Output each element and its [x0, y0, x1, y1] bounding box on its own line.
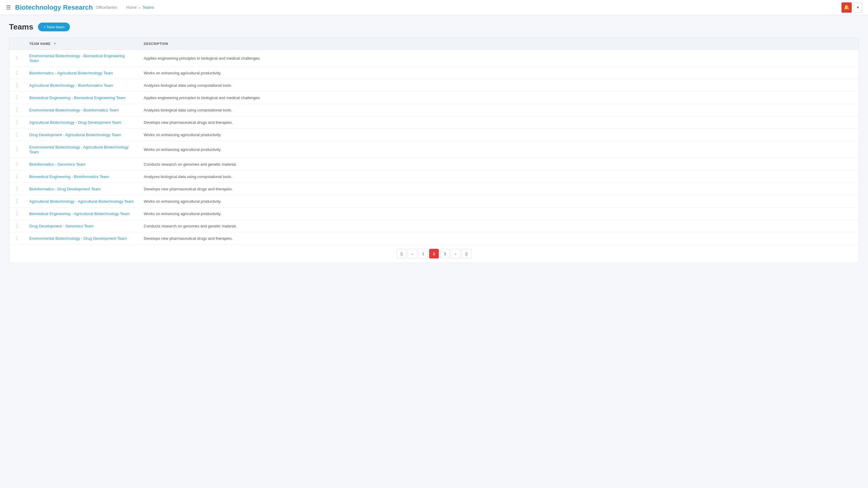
team-name-cell: Bioinformatics - Genomics Team: [24, 158, 139, 170]
team-description-cell: Conducts research on genomes and genetic…: [139, 220, 859, 232]
team-description-cell: Applies engineering principles to biolog…: [139, 50, 859, 67]
team-name-link[interactable]: Environmental Biotechnology - Bioinforma…: [29, 108, 119, 112]
table-row: ⋮Agricultural Biotechnology - Agricultur…: [9, 195, 859, 207]
nav-home-link[interactable]: Home: [126, 5, 137, 10]
row-menu-icon[interactable]: ⋮: [14, 83, 19, 88]
pagination-page-1-button[interactable]: 1: [418, 249, 428, 258]
teams-table: TEAM NAME ▼ DESCRIPTION ⋮Environmental B…: [9, 38, 859, 244]
team-name-link[interactable]: Biomedical Engineering - Biomedical Engi…: [29, 96, 126, 100]
brand-subtitle: OfficeSeries: [96, 5, 117, 10]
table-header: TEAM NAME ▼ DESCRIPTION: [9, 38, 859, 50]
team-name-cell: Environmental Biotechnology - Agricultur…: [24, 141, 139, 158]
filter-icon[interactable]: ▼: [53, 41, 57, 46]
nav-current: Teams: [142, 5, 154, 10]
team-description-cell: Develops new pharmaceutical drugs and th…: [139, 232, 859, 245]
brand-title: Biotechnology Research: [15, 4, 93, 11]
team-name-link[interactable]: Biomedical Engineering - Agricultural Bi…: [29, 212, 130, 216]
team-name-cell: Environmental Biotechnology - Drug Devel…: [24, 232, 139, 245]
pagination-page-2-button[interactable]: 2: [429, 249, 439, 258]
team-name-link[interactable]: Environmental Biotechnology - Biomedical…: [29, 54, 125, 63]
team-name-cell: Drug Development - Genomics Team: [24, 220, 139, 232]
page-header: Teams + New team: [9, 22, 859, 32]
team-name-cell: Biomedical Engineering - Agricultural Bi…: [24, 207, 139, 220]
team-name-cell: Agricultural Biotechnology - Agricultura…: [24, 195, 139, 207]
team-description-cell: Works on enhancing agricultural producti…: [139, 67, 859, 79]
row-menu-icon[interactable]: ⋮: [14, 223, 19, 228]
pagination-last-button[interactable]: |⟩: [462, 249, 471, 258]
table-row: ⋮Environmental Biotechnology - Agricultu…: [9, 141, 859, 158]
row-actions-cell: ⋮: [9, 207, 24, 220]
row-actions-cell: ⋮: [9, 116, 24, 129]
pagination-next-button[interactable]: ›: [451, 249, 461, 258]
app-header: ☰ Biotechnology Research OfficeSeries Ho…: [0, 0, 868, 15]
team-name-link[interactable]: Agricultural Biotechnology - Drug Develo…: [29, 120, 121, 125]
new-team-button[interactable]: + New team: [38, 23, 70, 31]
row-menu-icon[interactable]: ⋮: [14, 186, 19, 191]
row-menu-icon[interactable]: ⋮: [14, 174, 19, 179]
team-name-link[interactable]: Bioinformatics - Agricultural Biotechnol…: [29, 71, 113, 75]
col-description-header: DESCRIPTION: [139, 38, 859, 50]
header-actions: 🔔 ▾: [841, 2, 862, 13]
table-body: ⋮Environmental Biotechnology - Biomedica…: [9, 50, 859, 245]
row-actions-cell: ⋮: [9, 50, 24, 67]
pagination-prev-button[interactable]: ‹: [407, 249, 417, 258]
pagination-page-3-button[interactable]: 3: [440, 249, 450, 258]
team-name-cell: Agricultural Biotechnology - Bioinformat…: [24, 79, 139, 92]
team-description-cell: Conducts research on genomes and genetic…: [139, 158, 859, 170]
row-menu-icon[interactable]: ⋮: [14, 235, 19, 241]
chevron-down-icon: ▾: [857, 5, 859, 10]
row-menu-icon[interactable]: ⋮: [14, 70, 19, 75]
row-menu-icon[interactable]: ⋮: [14, 107, 19, 112]
team-description-cell: Works on enhancing agricultural producti…: [139, 207, 859, 220]
row-menu-icon[interactable]: ⋮: [14, 147, 19, 152]
row-actions-cell: ⋮: [9, 79, 24, 92]
team-description-cell: Develops new pharmaceutical drugs and th…: [139, 183, 859, 195]
page-title: Teams: [9, 22, 33, 32]
table-row: ⋮Environmental Biotechnology - Bioinform…: [9, 104, 859, 116]
hamburger-icon[interactable]: ☰: [6, 4, 11, 11]
pagination-first-button[interactable]: ⟨|: [397, 249, 406, 258]
team-name-cell: Agricultural Biotechnology - Drug Develo…: [24, 116, 139, 129]
row-menu-icon[interactable]: ⋮: [14, 211, 19, 216]
row-actions-cell: ⋮: [9, 195, 24, 207]
header-dropdown-button[interactable]: ▾: [854, 2, 862, 13]
notifications-button[interactable]: 🔔: [841, 2, 852, 13]
table-row: ⋮Agricultural Biotechnology - Drug Devel…: [9, 116, 859, 129]
row-actions-cell: ⋮: [9, 183, 24, 195]
team-name-link[interactable]: Bioinformatics - Drug Development Team: [29, 187, 101, 191]
page-content: Teams + New team TEAM NAME ▼ DESCRIPTION…: [0, 15, 868, 270]
row-menu-icon[interactable]: ⋮: [14, 198, 19, 204]
team-name-link[interactable]: Biomedical Engineering - Bioinformatics …: [29, 174, 109, 179]
row-actions-cell: ⋮: [9, 67, 24, 79]
row-actions-cell: ⋮: [9, 158, 24, 170]
team-name-link[interactable]: Agricultural Biotechnology - Bioinformat…: [29, 83, 113, 88]
row-actions-cell: ⋮: [9, 232, 24, 245]
table-row: ⋮Biomedical Engineering - Biomedical Eng…: [9, 92, 859, 104]
table-row: ⋮Bioinformatics - Agricultural Biotechno…: [9, 67, 859, 79]
table-row: ⋮Biomedical Engineering - Agricultural B…: [9, 207, 859, 220]
row-actions-cell: ⋮: [9, 92, 24, 104]
col-team-name-header: TEAM NAME ▼: [24, 38, 139, 50]
table-row: ⋮Environmental Biotechnology - Biomedica…: [9, 50, 859, 67]
team-name-link[interactable]: Bioinformatics - Genomics Team: [29, 162, 86, 167]
row-actions-cell: ⋮: [9, 129, 24, 141]
team-name-cell: Bioinformatics - Agricultural Biotechnol…: [24, 67, 139, 79]
team-description-cell: Analyzes biological data using computati…: [139, 170, 859, 183]
table-row: ⋮Bioinformatics - Drug Development TeamD…: [9, 183, 859, 195]
table-row: ⋮Drug Development - Agricultural Biotech…: [9, 129, 859, 141]
pagination: ⟨| ‹ 1 2 3 › |⟩: [9, 244, 859, 263]
row-actions-cell: ⋮: [9, 170, 24, 183]
row-actions-cell: ⋮: [9, 220, 24, 232]
row-menu-icon[interactable]: ⋮: [14, 56, 19, 61]
row-menu-icon[interactable]: ⋮: [14, 161, 19, 167]
team-description-cell: Develops new pharmaceutical drugs and th…: [139, 116, 859, 129]
team-name-link[interactable]: Agricultural Biotechnology - Agricultura…: [29, 199, 134, 204]
row-menu-icon[interactable]: ⋮: [14, 120, 19, 125]
team-name-cell: Biomedical Engineering - Bioinformatics …: [24, 170, 139, 183]
row-menu-icon[interactable]: ⋮: [14, 132, 19, 137]
row-menu-icon[interactable]: ⋮: [14, 95, 19, 100]
team-name-link[interactable]: Drug Development - Agricultural Biotechn…: [29, 133, 121, 137]
team-name-link[interactable]: Drug Development - Genomics Team: [29, 224, 94, 228]
team-name-link[interactable]: Environmental Biotechnology - Agricultur…: [29, 145, 129, 154]
team-name-link[interactable]: Environmental Biotechnology - Drug Devel…: [29, 236, 127, 241]
